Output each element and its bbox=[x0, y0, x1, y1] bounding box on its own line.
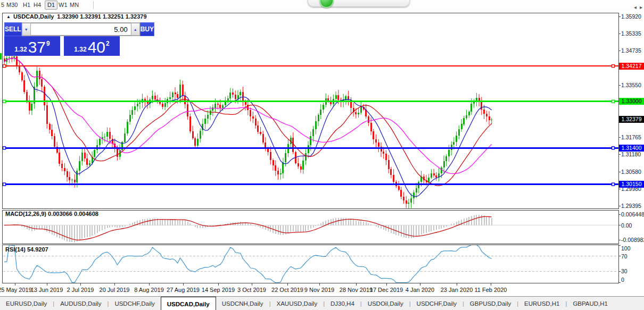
buy-price-sup: 2 bbox=[106, 40, 110, 47]
one-click-trade-panel: SELL ▼ ▲ BUY 1.32 37 9 1.32 40 2 bbox=[4, 22, 120, 56]
date-axis-label: 3 Oct 2019 bbox=[237, 287, 266, 293]
volume-increase-button[interactable]: ▲ bbox=[131, 23, 140, 36]
sell-button[interactable]: SELL bbox=[4, 22, 22, 36]
rsi-label: RSI(14) 54.9207 bbox=[5, 246, 48, 253]
price-tick-label: 1.34735 bbox=[621, 47, 641, 54]
price-gap bbox=[60, 36, 64, 56]
tab-audusd-daily[interactable]: AUDUSD,Daily bbox=[54, 297, 107, 310]
sell-price-display[interactable]: 1.32 37 9 bbox=[4, 36, 60, 56]
tab-eurusd-h1[interactable]: EURUSD,H1 bbox=[518, 297, 565, 310]
date-axis-label: 4 Jan 2020 bbox=[406, 287, 434, 293]
timeframe-button-h4[interactable]: H4 bbox=[34, 2, 41, 9]
tab-usdoil-daily[interactable]: USDOil,Daily bbox=[362, 297, 409, 310]
date-axis-label: 23 Jan 2020 bbox=[441, 287, 473, 293]
date-axis-label: 28 Nov 2019 bbox=[340, 287, 373, 293]
date-axis-label: 17 Dec 2019 bbox=[370, 287, 403, 293]
date-axis-label: 25 May 2019 bbox=[0, 287, 32, 293]
price-tick-label: 1.35920 bbox=[621, 13, 641, 20]
buy-price-prefix: 1.32 bbox=[74, 46, 86, 53]
macd-axis-label: 0.00 bbox=[621, 222, 632, 229]
timeframe-button-w1[interactable]: W1 bbox=[59, 2, 68, 9]
price-tick-label: 1.35335 bbox=[621, 30, 641, 37]
tab-usdchf-daily[interactable]: USDCHF,Daily bbox=[411, 297, 463, 310]
tab-xauusd-daily[interactable]: XAUUSD,Daily bbox=[270, 297, 323, 310]
toolbar-separator bbox=[93, 1, 94, 9]
buy-price-big: 40 bbox=[88, 40, 105, 55]
tab-scroll-arrows: ◂ ▸ bbox=[634, 0, 642, 14]
tab-gbpaud-h1[interactable]: GBPAUD,H1 bbox=[567, 297, 614, 310]
tab-scroll-right[interactable]: ▸ bbox=[640, 4, 642, 10]
rsi-axis-label: 0 bbox=[621, 277, 624, 283]
tab-scroll-left[interactable]: ◂ bbox=[634, 4, 637, 10]
tab-dj30-h4[interactable]: DJ30,H4 bbox=[325, 297, 360, 310]
date-axis-label: 22 Oct 2019 bbox=[271, 287, 303, 293]
date-axis-label: 13 Jun 2019 bbox=[31, 287, 63, 293]
rsi-axis-label: 100 bbox=[621, 245, 631, 252]
volume-spinner: ▼ ▲ bbox=[22, 22, 140, 36]
chart-tab-bar: EURUSD,Daily|AUDUSD,Daily|USDCHF,DailyUS… bbox=[0, 296, 644, 310]
rsi-axis-label: 30 bbox=[621, 268, 628, 274]
sell-price-big: 37 bbox=[28, 40, 46, 55]
ohlc-values: 1.32390 1.32391 1.32251 1.32379 bbox=[57, 13, 146, 20]
macd-axis-label: 0.006448 bbox=[621, 211, 644, 217]
timeframe-button-mn[interactable]: MN bbox=[70, 2, 79, 9]
price-line-badge: 1.33000 bbox=[619, 98, 644, 105]
tab-gbpusd-daily[interactable]: GBPUSD,Daily bbox=[464, 297, 517, 310]
tab-usdcad-daily[interactable]: USDCAD,Daily bbox=[161, 297, 216, 310]
tab-usdcnh-daily[interactable]: USDCNH,Daily bbox=[216, 297, 269, 310]
timeframe-button-5[interactable]: 5 bbox=[1, 2, 4, 9]
price-tick-label: 1.30580 bbox=[621, 169, 641, 175]
tab-eurusd-daily[interactable]: EURUSD,Daily bbox=[0, 297, 53, 310]
price-line-badge: 1.31400 bbox=[619, 145, 644, 152]
collapse-arrow-icon[interactable]: ▲ bbox=[6, 14, 11, 19]
macd-axis-label: -0.008982 bbox=[621, 237, 644, 243]
buy-button[interactable]: BUY bbox=[140, 22, 154, 36]
timeframe-button-d1[interactable]: D1 bbox=[45, 1, 57, 10]
price-tick-label: 1.33550 bbox=[621, 82, 641, 88]
buy-price-display[interactable]: 1.32 40 2 bbox=[64, 36, 120, 56]
price-tick-label: 1.31765 bbox=[621, 134, 641, 140]
date-axis-label: 11 Feb 2020 bbox=[475, 287, 507, 293]
tab-usdchf-daily[interactable]: USDCHF,Daily bbox=[109, 297, 160, 310]
date-axis-label: 2 Jul 2019 bbox=[67, 287, 94, 293]
macd-label: MACD(12,26,9) 0.003066 0.004608 bbox=[5, 211, 98, 217]
date-axis-label: 14 Sep 2019 bbox=[202, 287, 235, 293]
price-tick-label: 1.29395 bbox=[621, 203, 641, 209]
volume-decrease-button[interactable]: ▼ bbox=[22, 23, 31, 36]
rsi-axis-label: 70 bbox=[621, 253, 628, 259]
current-price-badge: 1.32379 bbox=[619, 116, 644, 123]
date-axis-label: 27 Aug 2019 bbox=[167, 287, 200, 293]
timeframe-button-h1[interactable]: H1 bbox=[23, 2, 30, 9]
price-line-badge: 1.30150 bbox=[619, 181, 644, 188]
timeframe-button-m30[interactable]: M30 bbox=[6, 2, 18, 9]
date-axis-label: 20 Jul 2019 bbox=[100, 287, 130, 293]
symbol-title: USDCAD,Daily bbox=[13, 13, 54, 20]
date-axis-label: 9 Nov 2019 bbox=[304, 287, 334, 293]
sell-price-prefix: 1.32 bbox=[14, 46, 27, 53]
price-tick-label: 1.31180 bbox=[621, 151, 641, 157]
chart-header: ▲USDCAD,Daily1.32390 1.32391 1.32251 1.3… bbox=[6, 13, 147, 20]
sell-price-sup: 9 bbox=[46, 40, 50, 47]
date-axis-label: 8 Aug 2019 bbox=[134, 287, 164, 293]
volume-input[interactable] bbox=[31, 23, 131, 36]
overlay-toggle-pill[interactable] bbox=[308, 0, 410, 7]
green-status-ball-icon bbox=[319, 0, 334, 8]
price-line-badge: 1.34217 bbox=[619, 63, 644, 70]
